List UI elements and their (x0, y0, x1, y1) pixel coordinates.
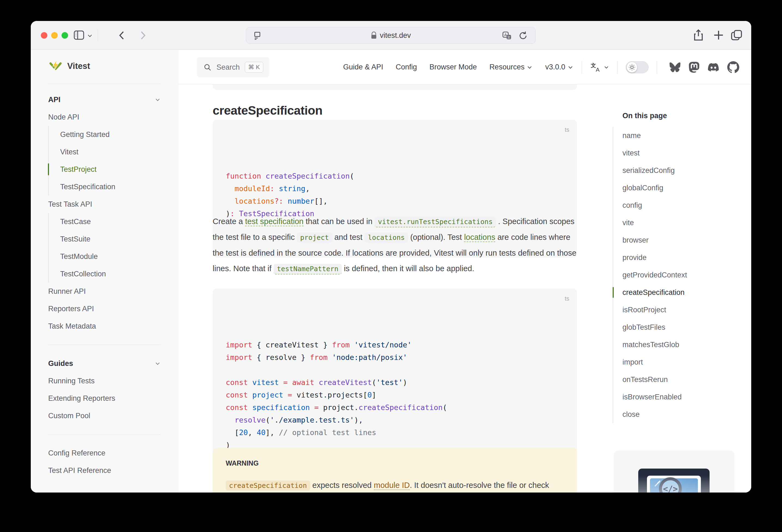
reload-icon[interactable] (518, 31, 528, 41)
sidebar-item-testcase[interactable]: TestCase (60, 213, 161, 230)
sidebar-item-getting started[interactable]: Getting Started (60, 126, 161, 143)
sidebar-item-node-api[interactable]: Node API (48, 108, 161, 126)
mastodon-icon[interactable] (688, 62, 700, 73)
toolbar-divider (98, 29, 98, 42)
translate-page-icon[interactable]: A文 (502, 31, 512, 41)
page: Vitest APINode APIGetting StartedVitestT… (31, 50, 751, 493)
code-line: const project = vitest.projects[0] (226, 389, 564, 401)
toc-item-config[interactable]: config (623, 197, 687, 214)
sidebar-item-test-task-api[interactable]: Test Task API (48, 196, 161, 213)
warning-title: WARNING (226, 459, 564, 467)
nav-link-v3-0-0[interactable]: v3.0.0 (545, 63, 573, 71)
share-icon[interactable] (692, 29, 705, 42)
toc-item-isbrowserenabled[interactable]: isBrowserEnabled (623, 388, 687, 406)
inline-link[interactable]: vitest.runTestSpecifications (375, 217, 496, 227)
tab-overview-icon[interactable] (730, 29, 743, 42)
toc-item-browser[interactable]: browser (623, 232, 687, 249)
sidebar-item-task-metadata[interactable]: Task Metadata (48, 317, 161, 335)
inline-link[interactable]: locations (464, 233, 495, 242)
sidebar-item-extending-reporters[interactable]: Extending Reporters (48, 390, 161, 407)
toc-item-isrootproject[interactable]: isRootProject (623, 301, 687, 319)
inline-link[interactable]: module ID (374, 481, 410, 490)
new-tab-icon[interactable] (712, 29, 725, 42)
url-display[interactable]: vitest.dev (246, 27, 535, 43)
sidebar-item-config-reference[interactable]: Config Reference (48, 444, 161, 462)
fade-overlay (614, 451, 734, 493)
sidebar-item-testspecification[interactable]: TestSpecification (60, 178, 161, 196)
sidebar-item-testmodule[interactable]: TestModule (60, 248, 161, 265)
bluesky-icon[interactable] (669, 62, 681, 73)
lock-icon (370, 32, 377, 39)
toc-item-matchestestglob[interactable]: matchesTestGlob (623, 336, 687, 353)
sidebar-nav: APINode APIGetting StartedVitestTestProj… (48, 91, 178, 479)
theme-toggle[interactable] (626, 61, 648, 73)
navbar-divider (657, 61, 657, 74)
toc-item-close[interactable]: close (623, 406, 687, 423)
nav-link-label: Guide & API (343, 63, 383, 71)
address-bar[interactable]: vitest.dev A文 (246, 27, 536, 44)
toc-item-getprovidedcontext[interactable]: getProvidedContext (623, 266, 687, 284)
table-of-contents: namevitestserializedConfigglobalConfigco… (613, 127, 687, 423)
chevron-down-icon (155, 97, 161, 103)
minimize-window-button[interactable] (51, 32, 58, 39)
chevron-down-icon (155, 360, 161, 366)
sidebar-item-testsuite[interactable]: TestSuite (60, 230, 161, 248)
sidebar-section-api[interactable]: API (48, 91, 161, 108)
nav-link-config[interactable]: Config (396, 63, 417, 71)
toc-item-vite[interactable]: vite (623, 214, 687, 232)
sidebar-item-vitest[interactable]: Vitest (60, 143, 161, 161)
code-line: const specification = project.createSpec… (226, 401, 564, 414)
search-button[interactable]: Search ⌘ K (197, 57, 269, 77)
warning-body: createSpecification expects resolved mod… (226, 477, 564, 493)
nav-link-label: Browser Mode (429, 63, 477, 71)
inline-link[interactable]: testNamePattern (274, 264, 342, 275)
toc-item-serializedconfig[interactable]: serializedConfig (623, 162, 687, 179)
sidebar-item-test-api-reference[interactable]: Test API Reference (48, 462, 161, 479)
nav-link-label: Resources (489, 63, 525, 71)
nav-link-resources[interactable]: Resources (489, 63, 533, 71)
sponsor-card[interactable]: </> (614, 451, 734, 493)
toc-item-import[interactable]: import (623, 353, 687, 371)
code-line: locations?: number[], (226, 195, 564, 208)
discord-icon[interactable] (707, 62, 720, 73)
sidebar-item-custom-pool[interactable]: Custom Pool (48, 407, 161, 424)
inline-code: locations (365, 233, 408, 243)
code-line (226, 364, 564, 376)
nav-link-browser-mode[interactable]: Browser Mode (429, 63, 477, 71)
toc-item-globalconfig[interactable]: globalConfig (623, 179, 687, 197)
nav-link-guide-api[interactable]: Guide & API (343, 63, 383, 71)
toc-item-createspecification[interactable]: createSpecification (623, 284, 687, 301)
chevron-down-icon (527, 64, 533, 70)
chevron-down-icon (567, 64, 573, 70)
sidebar-divider (48, 83, 161, 84)
toc-item-name[interactable]: name (623, 127, 687, 144)
sidebar-section-guides[interactable]: Guides (48, 355, 161, 372)
back-icon[interactable] (116, 29, 128, 42)
inline-code: project (297, 233, 332, 243)
site-navbar: Search ⌘ K Guide & APIConfigBrowser Mode… (178, 50, 751, 84)
forward-icon[interactable] (136, 29, 149, 42)
text: that can be used in (304, 217, 375, 226)
close-window-button[interactable] (41, 32, 47, 39)
toc-item-vitest[interactable]: vitest (623, 144, 687, 162)
language-menu[interactable]: 文A (590, 62, 609, 73)
sidebar-section-label: Guides (48, 359, 73, 368)
sidebar-toggle-icon[interactable] (73, 29, 85, 41)
code-line: [20, 40], // optional test lines (226, 426, 564, 439)
inline-link[interactable]: test specification (245, 217, 303, 226)
toc-item-provide[interactable]: provide (623, 249, 687, 266)
search-label: Search (216, 63, 240, 72)
logo[interactable]: Vitest (48, 50, 178, 82)
sidebar-item-testproject[interactable]: TestProject (60, 161, 161, 178)
sidebar-item-runner-api[interactable]: Runner API (48, 283, 161, 300)
svg-text:文: 文 (507, 35, 510, 39)
code-line: const vitest = await createVitest('test'… (226, 376, 564, 389)
github-icon[interactable] (727, 61, 739, 73)
zoom-window-button[interactable] (62, 32, 68, 39)
toc-item-globtestfiles[interactable]: globTestFiles (623, 319, 687, 336)
chevron-down-icon[interactable] (87, 33, 93, 39)
toc-item-ontestsrerun[interactable]: onTestsRerun (623, 371, 687, 388)
sidebar-item-reporters-api[interactable]: Reporters API (48, 300, 161, 317)
sidebar-item-testcollection[interactable]: TestCollection (60, 265, 161, 283)
sidebar-item-running-tests[interactable]: Running Tests (48, 372, 161, 390)
